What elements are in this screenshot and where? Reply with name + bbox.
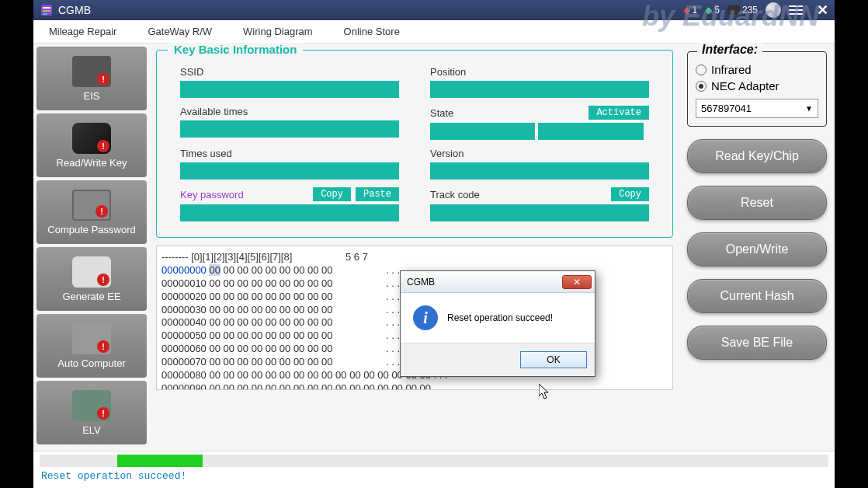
save-be-file-button[interactable]: Save BE File	[687, 326, 827, 360]
key-password-input[interactable]	[180, 204, 399, 221]
printer-icon: !	[72, 256, 111, 288]
interface-fieldset: Interface: Infrared NEC Adapter 56789704…	[687, 51, 827, 127]
position-row: Position	[430, 66, 649, 98]
radio-label: Infrared	[711, 63, 752, 76]
ecu-icon: !	[72, 323, 111, 354]
eis-icon: !	[72, 56, 111, 87]
times-used-input[interactable]	[180, 162, 399, 180]
progress-fill	[117, 455, 203, 467]
menu-gateway-rw[interactable]: GateWay R/W	[148, 26, 212, 37]
ssid-input[interactable]	[180, 81, 399, 98]
times-used-label: Times used	[180, 148, 399, 159]
key-password-label: Key password	[180, 189, 308, 200]
version-row: Version	[430, 148, 649, 180]
right-panel: Interface: Infrared NEC Adapter 56789704…	[679, 44, 835, 451]
version-input[interactable]	[430, 162, 649, 180]
svg-rect-3	[43, 13, 47, 15]
state-input-2[interactable]	[538, 123, 643, 140]
copy-track-button[interactable]: Copy	[611, 187, 649, 201]
message-dialog: CGMB ✕ i Reset operation succeed! OK	[400, 270, 595, 377]
sidebar-label: EIS	[84, 90, 100, 102]
titlebar-title: CGMB	[58, 4, 683, 16]
progress-bar	[40, 455, 828, 467]
track-code-row: Track codeCopy	[430, 187, 649, 221]
dialog-footer: OK	[401, 343, 595, 376]
pcb-icon: !	[72, 390, 111, 421]
info-icon: i	[413, 305, 438, 330]
track-code-label: Track code	[430, 189, 606, 200]
radio-nec-adapter[interactable]: NEC Adapter	[696, 79, 818, 92]
sidebar-label: ELV	[82, 424, 101, 436]
app-icon	[40, 3, 54, 17]
interface-legend: Interface:	[697, 43, 762, 57]
alert-badge-icon: !	[97, 274, 109, 286]
key-password-row: Key passwordCopyPaste	[180, 187, 399, 221]
times-used-row: Times used	[180, 148, 399, 180]
app-window: CGMB ◆1 ◆5 235 ✕ by EduardNN Mileage Rep…	[33, 0, 835, 488]
key-icon: !	[72, 123, 111, 154]
hex-header: -------- [0][1][2][3][4][5][6][7][8] 5 6…	[161, 251, 668, 264]
main-area: ! EIS ! Read/Write Key ! Compute Passwor…	[33, 44, 835, 451]
current-hash-button[interactable]: Current Hash	[687, 279, 827, 313]
ssid-label: SSID	[180, 66, 399, 78]
dialog-message: Reset operation succeed!	[447, 312, 553, 323]
sidebar-item-read-write-key[interactable]: ! Read/Write Key	[36, 113, 147, 177]
state-label: State	[430, 107, 584, 119]
watermark: by EduardNN	[642, 0, 819, 33]
radio-icon	[696, 81, 707, 92]
svg-rect-1	[43, 7, 50, 9]
sidebar: ! EIS ! Read/Write Key ! Compute Passwor…	[33, 44, 150, 451]
menu-wiring-diagram[interactable]: Wiring Diagram	[243, 26, 313, 37]
paste-password-button[interactable]: Paste	[356, 187, 399, 201]
ok-button[interactable]: OK	[520, 351, 587, 368]
read-key-chip-button[interactable]: Read Key/Chip	[687, 139, 827, 173]
sidebar-label: Read/Write Key	[57, 157, 127, 169]
radio-infrared[interactable]: Infrared	[696, 63, 818, 76]
dialog-body: i Reset operation succeed!	[401, 293, 595, 343]
copy-password-button[interactable]: Copy	[313, 187, 351, 201]
available-times-input[interactable]	[180, 120, 399, 138]
position-label: Position	[430, 66, 649, 78]
bottom-bar: Reset operation succeed!	[33, 451, 835, 488]
menu-mileage-repair[interactable]: Mileage Repair	[49, 26, 116, 37]
sidebar-item-auto-computer[interactable]: ! Auto Computer	[36, 314, 147, 378]
reset-button[interactable]: Reset	[687, 186, 827, 220]
status-text: Reset operation succeed!	[33, 469, 835, 483]
activate-button[interactable]: Activate	[589, 106, 649, 120]
dialog-titlebar: CGMB ✕	[401, 271, 595, 293]
position-input[interactable]	[430, 81, 649, 98]
version-label: Version	[430, 148, 649, 159]
available-times-row: Available times	[180, 106, 399, 140]
svg-rect-2	[43, 10, 50, 12]
sidebar-item-compute-password[interactable]: ! Compute Password	[36, 180, 147, 244]
adapter-combobox[interactable]: 567897041 ▼	[696, 99, 818, 118]
available-times-label: Available times	[180, 106, 399, 117]
track-code-input[interactable]	[430, 204, 649, 221]
hex-row: 00000090 00 00 00 00 00 00 00 00 00 00 0…	[161, 382, 668, 390]
alert-badge-icon: !	[97, 407, 109, 420]
menu-online-store[interactable]: Online Store	[344, 26, 400, 37]
info-grid: SSID Position Available times StateActiv…	[180, 66, 649, 221]
sidebar-item-eis[interactable]: ! EIS	[36, 47, 147, 110]
key-basic-info-fieldset: Key Basic Information SSID Position Avai…	[156, 50, 673, 238]
document-icon: !	[72, 190, 111, 221]
fieldset-legend: Key Basic Information	[168, 43, 303, 56]
alert-badge-icon: !	[95, 205, 108, 218]
sidebar-item-generate-ee[interactable]: ! Generate EE	[36, 247, 147, 311]
sidebar-label: Auto Computer	[57, 357, 125, 369]
center-panel: Key Basic Information SSID Position Avai…	[150, 44, 679, 451]
alert-badge-icon: !	[97, 340, 109, 353]
open-write-button[interactable]: Open/Write	[687, 232, 827, 267]
radio-label: NEC Adapter	[711, 79, 779, 92]
state-input-1[interactable]	[430, 123, 535, 140]
combo-value: 567897041	[701, 103, 752, 114]
state-row: StateActivate	[430, 106, 649, 140]
alert-badge-icon: !	[97, 73, 109, 85]
sidebar-item-elv[interactable]: ! ELV	[36, 381, 147, 444]
dialog-title-text: CGMB	[407, 277, 435, 288]
sidebar-label: Compute Password	[47, 224, 135, 235]
radio-icon	[696, 64, 707, 75]
alert-badge-icon: !	[97, 140, 109, 152]
dialog-close-button[interactable]: ✕	[562, 275, 592, 289]
ssid-row: SSID	[180, 66, 399, 98]
